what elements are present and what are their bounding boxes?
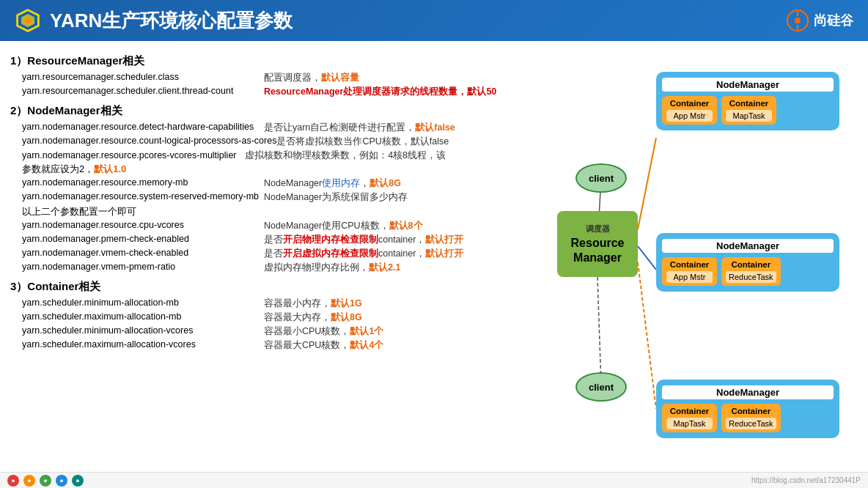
- param-row: yarn.scheduler.minimum-allocation-mb 容器最…: [10, 297, 513, 310]
- nm1-containers: Container App Mstr Container MapTask: [662, 96, 834, 125]
- rm-label-top: 调度器: [586, 223, 610, 234]
- footer-url: https://blog.csdn.net/a17230441P: [751, 476, 861, 484]
- svg-point-4: [795, 18, 801, 23]
- client-2: client: [575, 372, 627, 402]
- note-row: 以上二个参数配置一个即可: [10, 205, 513, 218]
- nodemanager-1: NodeManager Container App Mstr Container…: [656, 72, 839, 130]
- param-name: yarn.nodemanager.resource.memory-mb: [22, 177, 264, 188]
- icon-blue: ●: [56, 475, 67, 487]
- header: YARN生产环境核心配置参数 尚硅谷: [0, 0, 868, 41]
- param-name: yarn.scheduler.maximum-allocation-vcores: [22, 339, 264, 350]
- brand-icon: [786, 9, 809, 32]
- param-name: yarn.scheduler.minimum-allocation-vcores: [22, 325, 264, 336]
- param-row: yarn.nodemanager.vmem-pmem-ratio 虚拟内存物理内…: [10, 262, 513, 274]
- param-name: yarn.nodemanager.vmem-pmem-ratio: [22, 262, 264, 272]
- param-name: yarn.nodemanager.resource.count-logical-…: [22, 136, 276, 146]
- svg-line-8: [597, 277, 601, 385]
- param-desc: 容器最小CPU核数，默认1个: [264, 325, 513, 338]
- section1-title: 1）ResourceManager相关: [10, 54, 513, 68]
- svg-line-9: [638, 138, 656, 229]
- param-name: yarn.scheduler.minimum-allocation-mb: [22, 297, 264, 308]
- nm3-title: NodeManager: [662, 385, 834, 399]
- param-desc: 虚拟核数和物理核数乘数，例如：4核8线程，该: [245, 150, 446, 160]
- param-desc: 是否将虚拟核数当作CPU核数，默认false: [276, 136, 513, 148]
- container-inner: ReduceTask: [726, 418, 776, 429]
- param-desc: 容器最小内存，默认1G: [264, 297, 513, 310]
- svg-line-10: [638, 246, 656, 270]
- nm2-container-1: Container App Mstr: [662, 257, 717, 286]
- client1-label: client: [589, 173, 614, 184]
- section2-title: 2）NodeManager相关: [10, 104, 513, 118]
- param-desc: 容器最大CPU核数，默认4个: [264, 339, 513, 352]
- section3-title: 3）Container相关: [10, 280, 513, 294]
- bottom-bar: ● ● ● ● ● https://blog.csdn.net/a1723044…: [0, 472, 868, 488]
- yarn-logo-icon: [15, 7, 41, 34]
- highlight-red: ResourceManager处理调度器请求的线程数量，默认50: [264, 86, 496, 97]
- main-content: 1）ResourceManager相关 yarn.resourcemanager…: [0, 41, 868, 488]
- param-desc: 虚拟内存物理内存比例，默认2.1: [264, 262, 513, 274]
- container-label: Container: [726, 99, 772, 108]
- container-inner: MapTask: [666, 418, 713, 429]
- container-inner: App Mstr: [666, 110, 713, 122]
- param-row: yarn.resourcemanager.scheduler.class 配置调…: [10, 72, 513, 84]
- nm1-container-2: Container MapTask: [721, 96, 776, 125]
- nm2-container-2: Container ReduceTask: [721, 257, 781, 286]
- param-name: yarn.nodemanager.vmem-check-enabled: [22, 248, 264, 258]
- nm3-container-2: Container ReduceTask: [721, 404, 781, 432]
- param-name: yarn.resourcemanager.scheduler.class: [22, 72, 264, 82]
- diagram-container: NodeManager Container App Mstr Container…: [521, 42, 858, 482]
- param-name: yarn.resourcemanager.scheduler.client.th…: [22, 86, 264, 96]
- resource-manager-box: 调度器 ResourceManager: [557, 211, 638, 277]
- nm2-title: NodeManager: [662, 239, 834, 253]
- icon-green: ●: [40, 475, 51, 487]
- client2-label: client: [589, 382, 614, 393]
- param-desc: 是否开启虚拟内存检查限制container，默认打开: [264, 248, 513, 260]
- nm2-containers: Container App Mstr Container ReduceTask: [662, 257, 834, 286]
- rm-title: ResourceManager: [571, 236, 625, 264]
- nodemanager-2: NodeManager Container App Mstr Container…: [656, 233, 839, 292]
- param-row: yarn.scheduler.minimum-allocation-vcores…: [10, 325, 513, 338]
- nm3-containers: Container MapTask Container ReduceTask: [662, 404, 834, 432]
- param-row: yarn.nodemanager.resource.cpu-vcores Nod…: [10, 220, 513, 232]
- param-name: yarn.nodemanager.resource.cpu-vcores: [22, 220, 264, 230]
- param-desc: ResourceManager处理调度器请求的线程数量，默认50: [264, 86, 513, 98]
- container-label: Container: [666, 260, 713, 269]
- param-desc: NodeManager使用CPU核数，默认8个: [264, 220, 513, 232]
- icon-orange: ●: [23, 475, 35, 487]
- param-row: yarn.scheduler.maximum-allocation-mb 容器最…: [10, 311, 513, 324]
- container-label: Container: [726, 407, 776, 415]
- nm3-container-1: Container MapTask: [662, 404, 717, 432]
- param-row: yarn.resourcemanager.scheduler.client.th…: [10, 86, 513, 98]
- container-inner: MapTask: [726, 110, 772, 122]
- brand-logo: 尚硅谷: [786, 9, 853, 32]
- param-desc: 是否让yarn自己检测硬件进行配置，默认false: [264, 122, 513, 134]
- param-desc: NodeManager为系统保留多少内存: [264, 191, 513, 204]
- param-row: yarn.nodemanager.resource.count-logical-…: [10, 136, 513, 148]
- brand-name: 尚硅谷: [814, 12, 853, 29]
- bottom-icons: ● ● ● ● ●: [7, 475, 84, 487]
- param-name: yarn.nodemanager.pmem-check-enabled: [22, 234, 264, 244]
- param-name: yarn.nodemanager.resource.pcores-vcores-…: [22, 150, 237, 160]
- param-row: yarn.nodemanager.vmem-check-enabled 是否开启…: [10, 248, 513, 260]
- container-label: Container: [726, 260, 776, 269]
- client-1: client: [575, 163, 627, 193]
- nm1-container-1: Container App Mstr: [662, 96, 717, 125]
- container-inner: App Mstr: [666, 271, 713, 283]
- icon-red: ●: [7, 475, 19, 487]
- container-label: Container: [666, 407, 713, 415]
- svg-line-11: [638, 262, 656, 409]
- container-label: Container: [666, 99, 713, 108]
- right-panel: NodeManager Container App Mstr Container…: [521, 48, 858, 482]
- param-name: yarn.nodemanager.resource.system-reserve…: [22, 191, 264, 202]
- param-row: yarn.nodemanager.resource.memory-mb Node…: [10, 177, 513, 190]
- nm1-title: NodeManager: [662, 78, 834, 92]
- container-inner: ReduceTask: [726, 271, 776, 283]
- param-name: yarn.scheduler.maximum-allocation-mb: [22, 311, 264, 322]
- param-row: yarn.nodemanager.resource.system-reserve…: [10, 191, 513, 204]
- param-desc: 配置调度器，默认容量: [264, 72, 513, 84]
- page-title: YARN生产环境核心配置参数: [50, 8, 293, 34]
- param-row: yarn.nodemanager.pmem-check-enabled 是否开启…: [10, 234, 513, 246]
- param-row: yarn.scheduler.maximum-allocation-vcores…: [10, 339, 513, 352]
- left-panel: 1）ResourceManager相关 yarn.resourcemanager…: [10, 48, 521, 482]
- icon-teal: ●: [72, 475, 84, 487]
